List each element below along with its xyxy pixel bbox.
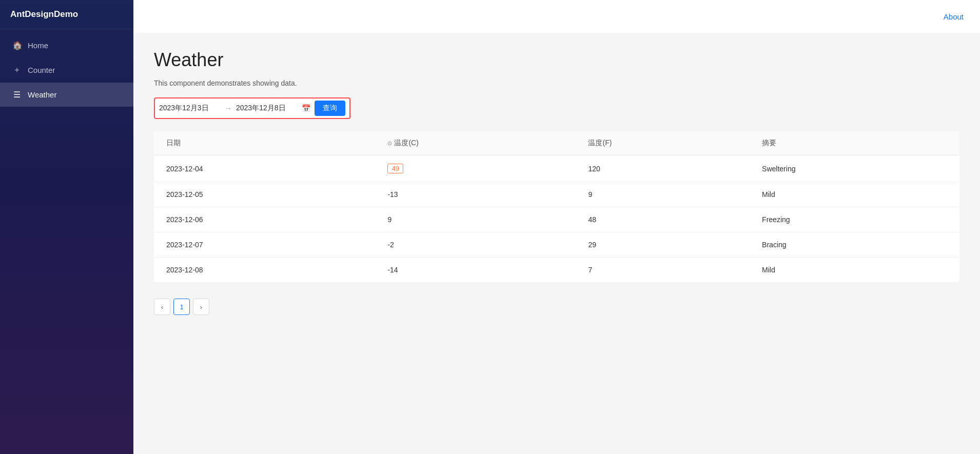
sort-icon: ⊙ [387,140,392,147]
query-button[interactable]: 查询 [315,101,345,116]
col-date: 日期 [154,131,375,155]
cell-tempf: 48 [576,207,750,232]
col-tempc[interactable]: ⊙温度(C) [375,131,576,155]
cell-tempf: 9 [576,182,750,207]
cell-tempf: 7 [576,258,750,283]
weather-table: 日期 ⊙温度(C) 温度(F) 摘要 2023-12-0449120Swelte… [154,131,959,282]
app-logo: AntDesignDemo [0,0,133,29]
page-description: This component demonstrates showing data… [154,79,959,87]
date-range-box: → 📅 查询 [154,97,350,119]
table-row: 2023-12-07-229Bracing [154,232,959,258]
sidebar-item-home[interactable]: 🏠 Home [0,33,133,57]
sidebar-item-home-label: Home [28,41,48,50]
cell-summary: Freezing [750,207,959,232]
menu-icon: ☰ [12,90,22,100]
top-header: About [133,0,980,33]
cell-tempc: -13 [375,182,576,207]
table-row: 2023-12-08-147Mild [154,258,959,283]
sidebar-item-counter-label: Counter [28,66,55,74]
sidebar-nav: 🏠 Home ＋ Counter ☰ Weather [0,33,133,454]
next-page-button[interactable]: › [193,299,209,315]
cell-tempf: 120 [576,155,750,182]
cell-date: 2023-12-07 [154,232,375,258]
table-header-row: 日期 ⊙温度(C) 温度(F) 摘要 [154,131,959,155]
pagination: ‹ 1 › [154,294,959,319]
about-link[interactable]: About [944,12,964,21]
sidebar-item-counter[interactable]: ＋ Counter [0,57,133,83]
cell-tempc: -2 [375,232,576,258]
cell-date: 2023-12-06 [154,207,375,232]
main-content: Weather This component demonstrates show… [133,33,980,454]
cell-summary: Sweltering [750,155,959,182]
page-1-button[interactable]: 1 [173,299,190,315]
cell-date: 2023-12-04 [154,155,375,182]
cell-summary: Mild [750,258,959,283]
sidebar-item-weather-label: Weather [28,90,56,99]
date-end-input[interactable] [236,104,298,112]
cell-tempf: 29 [576,232,750,258]
cell-tempc: -14 [375,258,576,283]
prev-page-button[interactable]: ‹ [154,299,170,315]
sidebar: AntDesignDemo 🏠 Home ＋ Counter ☰ Weather [0,0,133,454]
plus-icon: ＋ [12,65,22,75]
date-start-input[interactable] [159,104,221,112]
page-title: Weather [154,49,959,71]
table-row: 2023-12-0449120Sweltering [154,155,959,182]
cell-summary: Bracing [750,232,959,258]
table-row: 2023-12-06948Freezing [154,207,959,232]
cell-summary: Mild [750,182,959,207]
temp-badge: 49 [387,164,403,173]
sidebar-item-weather[interactable]: ☰ Weather [0,83,133,107]
cell-date: 2023-12-05 [154,182,375,207]
col-tempf: 温度(F) [576,131,750,155]
main-wrapper: About Weather This component demonstrate… [133,0,980,454]
cell-tempc: 9 [375,207,576,232]
date-range-arrow: → [225,104,232,112]
col-summary: 摘要 [750,131,959,155]
home-icon: 🏠 [12,41,22,50]
cell-tempc: 49 [375,155,576,182]
table-row: 2023-12-05-139Mild [154,182,959,207]
cell-date: 2023-12-08 [154,258,375,283]
calendar-icon[interactable]: 📅 [302,104,310,112]
